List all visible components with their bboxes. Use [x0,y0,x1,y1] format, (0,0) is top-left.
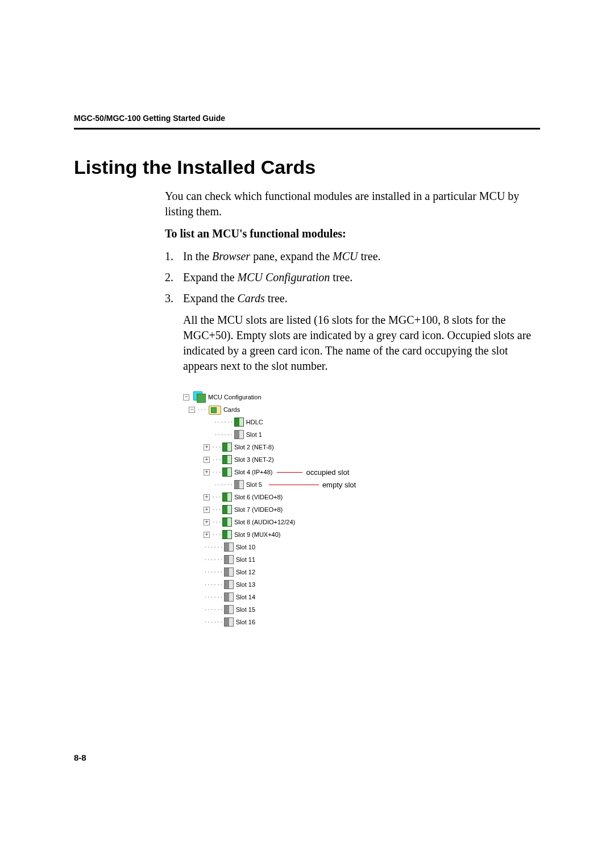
tree-label: Slot 3 (NET-2) [234,457,274,463]
tree-label: Slot 1 [246,432,262,438]
tree-node-slot-3[interactable]: +··· Slot 3 (NET-2) [183,453,540,466]
card-empty-icon [224,592,234,602]
tree-label: Slot 16 [236,619,255,625]
expand-icon[interactable]: − [183,394,189,400]
card-empty-icon [224,605,234,614]
expand-icon[interactable]: + [204,469,210,475]
card-empty-icon [224,567,234,577]
card-empty-icon [224,542,234,552]
card-occupied-icon [222,518,232,527]
tree-node-slot-16[interactable]: ······ Slot 16 [183,616,540,628]
horizontal-rule [74,128,540,130]
step-number: 2. [165,269,183,286]
tree-node-slot-1[interactable]: ······ Slot 1 [183,428,540,441]
tree-label: Slot 2 (NET-8) [234,444,274,450]
tree-label: Slot 12 [236,569,255,575]
tree-label: Slot 11 [236,557,255,563]
page: MGC-50/MGC-100 Getting Started Guide Lis… [0,0,614,868]
tree-node-slot-11[interactable]: ······ Slot 11 [183,553,540,566]
tree-label: Slot 13 [236,582,255,588]
card-occupied-icon [222,455,232,464]
tree-node-slot-4[interactable]: +··· Slot 4 (IP+48) occupied slot [183,466,540,478]
tree-label: Slot 7 (VIDEO+8) [234,507,283,513]
expand-icon[interactable]: + [204,519,210,525]
tree-node-slot-8[interactable]: +··· Slot 8 (AUDIO+12/24) [183,516,540,528]
text: Expand the [183,271,238,283]
card-empty-icon [234,480,244,489]
step-number: 3. [165,290,183,381]
page-number: 8-8 [74,753,86,762]
tree-node-slot-14[interactable]: ······ Slot 14 [183,591,540,603]
card-occupied-icon [222,493,232,502]
emph: MCU Configuration [238,271,330,283]
expand-icon[interactable]: + [204,532,210,538]
config-icon [193,391,206,403]
tree-label: Cards [223,407,240,413]
tree-view: − MCU Configuration − ··· Cards ······ H… [183,391,540,628]
emph: Cards [238,292,265,304]
step-number: 1. [165,248,183,265]
callout-line [269,485,319,485]
callout-occupied: occupied slot [306,469,349,476]
tree-node-cards[interactable]: − ··· Cards [183,403,540,416]
tree-node-slot-10[interactable]: ······ Slot 10 [183,541,540,553]
tree-node-hdlc[interactable]: ······ HDLC [183,416,540,428]
folder-icon [209,404,221,415]
page-title: Listing the Installed Cards [74,156,540,178]
card-occupied-icon [222,505,232,514]
tree-node-mcu-configuration[interactable]: − MCU Configuration [183,391,540,403]
expand-icon[interactable]: + [204,444,210,450]
tree-node-slot-9[interactable]: +··· Slot 9 (MUX+40) [183,528,540,541]
tree-label: Slot 5 [246,482,262,488]
expand-icon[interactable]: + [204,507,210,513]
emph: Browser [212,250,250,262]
tree-node-slot-5[interactable]: ······ Slot 5 empty slot [183,478,540,491]
text: tree. [265,292,288,304]
intro-paragraph: You can check which functional modules a… [165,189,540,219]
callout-empty: empty slot [322,481,356,489]
text: tree. [358,250,381,262]
step-2: 2. Expand the MCU Configuration tree. [165,269,540,286]
step-1: 1. In the Browser pane, expand the MCU t… [165,248,540,265]
expand-icon[interactable]: + [204,457,210,463]
emph: MCU [333,250,358,262]
card-occupied-icon [222,443,232,452]
tree-label: Slot 14 [236,594,255,600]
step-3-body: All the MCU slots are listed (16 slots f… [183,312,540,374]
tree-label: MCU Configuration [208,394,262,400]
tree-node-slot-2[interactable]: +··· Slot 2 (NET-8) [183,441,540,453]
expand-icon[interactable]: + [204,494,210,500]
running-head: MGC-50/MGC-100 Getting Started Guide [74,114,225,123]
body: You can check which functional modules a… [165,189,540,628]
card-occupied-icon [234,418,244,427]
tree-node-slot-12[interactable]: ······ Slot 12 [183,566,540,578]
tree-label: HDLC [246,419,263,425]
tree-label: Slot 8 (AUDIO+12/24) [234,519,295,525]
card-occupied-icon [222,530,232,539]
card-empty-icon [224,580,234,589]
tree-label: Slot 6 (VIDEO+8) [234,494,283,500]
text: pane, expand the [250,250,333,262]
card-occupied-icon [222,468,232,477]
subheading: To list an MCU's functional modules: [165,226,540,241]
callout-line [277,472,302,473]
tree-label: Slot 9 (MUX+40) [234,532,281,538]
card-empty-icon [234,430,244,439]
card-empty-icon [224,617,234,627]
text: Expand the [183,292,238,304]
tree-node-slot-6[interactable]: +··· Slot 6 (VIDEO+8) [183,491,540,503]
expand-icon[interactable]: − [189,407,195,413]
tree-label: Slot 4 (IP+48) [234,469,273,475]
text: tree. [330,271,352,283]
tree-node-slot-7[interactable]: +··· Slot 7 (VIDEO+8) [183,503,540,516]
tree-node-slot-15[interactable]: ······ Slot 15 [183,603,540,616]
tree-node-slot-13[interactable]: ······ Slot 13 [183,578,540,591]
step-3: 3. Expand the Cards tree. All the MCU sl… [165,290,540,381]
card-empty-icon [224,555,234,564]
tree-label: Slot 10 [236,544,255,550]
tree-label: Slot 15 [236,607,255,613]
steps-list: 1. In the Browser pane, expand the MCU t… [165,248,540,381]
text: In the [183,250,212,262]
